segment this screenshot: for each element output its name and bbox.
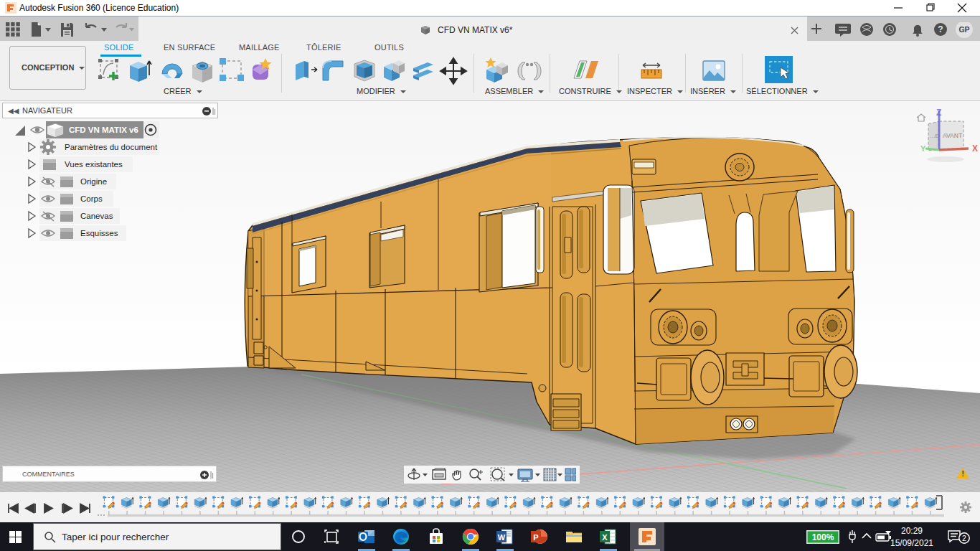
svg-text:100%: 100% bbox=[812, 532, 834, 542]
svg-text:CFD VN MATIX v6: CFD VN MATIX v6 bbox=[69, 126, 138, 134]
svg-text:Paramètres du document: Paramètres du document bbox=[65, 143, 158, 151]
svg-text:AVANT: AVANT bbox=[943, 132, 962, 139]
svg-text:Vues existantes: Vues existantes bbox=[65, 160, 123, 169]
svg-text:Canevas: Canevas bbox=[80, 212, 113, 220]
svg-text:Origine: Origine bbox=[80, 177, 107, 186]
svg-text:X: X bbox=[602, 533, 608, 542]
svg-text:X: X bbox=[972, 143, 978, 154]
svg-text:Corps: Corps bbox=[80, 194, 103, 203]
svg-text:?: ? bbox=[938, 24, 943, 34]
svg-text:2: 2 bbox=[962, 534, 966, 542]
svg-text:20:29: 20:29 bbox=[901, 526, 923, 536]
svg-text:…E: …E bbox=[930, 133, 939, 139]
svg-text:Esquisses: Esquisses bbox=[80, 229, 118, 237]
svg-text:P: P bbox=[533, 533, 538, 542]
svg-text:W: W bbox=[498, 533, 506, 542]
svg-text:GP: GP bbox=[958, 25, 969, 34]
svg-text:15/09/2021: 15/09/2021 bbox=[890, 538, 933, 548]
svg-text:Y: Y bbox=[920, 144, 926, 153]
